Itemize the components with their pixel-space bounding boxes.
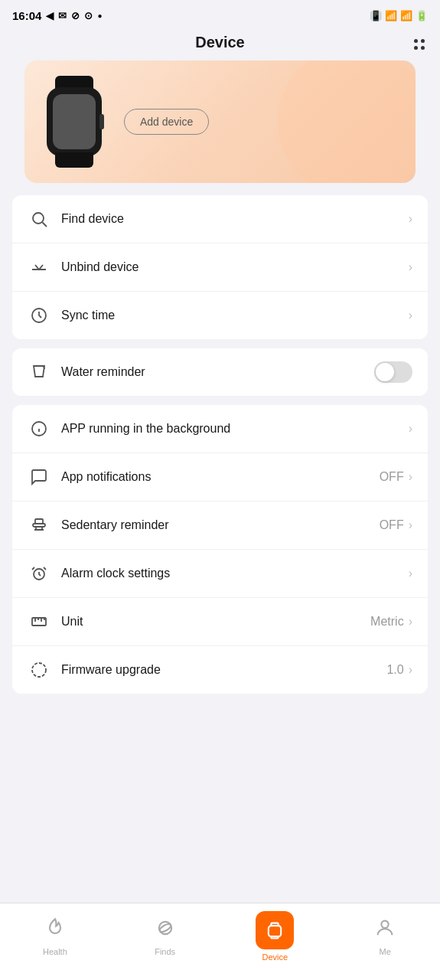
alarm-icon — [28, 562, 51, 585]
info-icon — [28, 417, 51, 440]
ruler-icon — [28, 610, 51, 633]
clock-icon — [28, 304, 51, 327]
status-time: 16:04 — [12, 9, 41, 22]
loading-icon — [28, 658, 51, 681]
nav-item-device[interactable]: Device — [252, 911, 298, 962]
sync-time-label: Sync time — [61, 309, 409, 322]
me-label: Me — [379, 947, 390, 956]
vibrate-icon: 📳 — [370, 10, 382, 21]
planet-icon — [155, 917, 176, 944]
unbind-icon — [28, 256, 51, 279]
battery-icon: 🔋 — [416, 10, 428, 21]
svg-point-20 — [381, 920, 388, 927]
app-background-item[interactable]: APP running in the background › — [12, 405, 428, 453]
nav-item-health[interactable]: Health — [32, 917, 78, 956]
app-notifications-label: App notifications — [61, 470, 380, 484]
find-device-label: Find device — [61, 212, 409, 226]
app-notifications-arrow: › — [409, 470, 412, 484]
chat-icon — [28, 466, 51, 488]
page-header: Device — [0, 28, 440, 60]
alarm-clock-item[interactable]: Alarm clock settings › — [12, 550, 428, 598]
wifi-icon: 📶 — [385, 10, 397, 21]
app-background-arrow: › — [409, 422, 412, 436]
watch-box-icon — [256, 911, 294, 949]
water-reminder-label: Water reminder — [61, 365, 374, 379]
section-water: Water reminder — [12, 348, 428, 396]
dot-icon: ● — [97, 11, 102, 20]
cup-icon — [28, 361, 51, 384]
status-bar: 16:04 ◀ ✉ ⊘ ⊙ ● 📳 📶 📶 🔋 — [0, 0, 440, 28]
chair-icon — [28, 514, 51, 537]
unit-value: Metric — [370, 615, 404, 629]
person-icon — [374, 917, 396, 944]
firmware-upgrade-value: 1.0 — [386, 663, 403, 677]
unit-arrow: › — [409, 615, 412, 629]
app-notifications-item[interactable]: App notifications OFF › — [12, 453, 428, 501]
water-reminder-item[interactable]: Water reminder — [12, 348, 428, 396]
sedentary-reminder-value: OFF — [380, 518, 404, 532]
water-reminder-toggle[interactable] — [374, 361, 412, 383]
health-label: Health — [43, 947, 67, 956]
page-title: Device — [195, 34, 245, 51]
main-content: Add device Find device › Unbind device › — [0, 60, 440, 779]
svg-rect-7 — [35, 519, 43, 524]
nav-item-finds[interactable]: Finds — [142, 917, 188, 956]
unbind-device-arrow: › — [409, 260, 412, 274]
alarm-clock-arrow: › — [409, 567, 412, 580]
flame-icon — [44, 917, 66, 944]
unit-item[interactable]: Unit Metric › — [12, 598, 428, 646]
search-icon — [28, 207, 51, 230]
find-device-arrow: › — [409, 212, 412, 226]
bottom-navigation: Health Finds Device Me — [0, 903, 440, 980]
app-notifications-value: OFF — [380, 470, 404, 484]
svg-line-1 — [43, 223, 47, 227]
section-device-actions: Find device › Unbind device › Sync time … — [12, 195, 428, 339]
sedentary-reminder-arrow: › — [409, 518, 412, 532]
device-label: Device — [262, 952, 288, 962]
navigation-icon: ◀ — [46, 10, 54, 21]
alarm-clock-label: Alarm clock settings — [61, 567, 409, 580]
svg-rect-19 — [269, 926, 281, 936]
add-device-button[interactable]: Add device — [124, 109, 209, 135]
section-app-settings: APP running in the background › App noti… — [12, 405, 428, 694]
unbind-device-label: Unbind device — [61, 260, 409, 274]
device-card: Add device — [24, 60, 416, 183]
vpn-icon: ⊙ — [84, 10, 93, 21]
svg-line-9 — [32, 567, 34, 570]
svg-point-0 — [33, 213, 44, 224]
nav-item-me[interactable]: Me — [362, 917, 408, 956]
firmware-upgrade-label: Firmware upgrade — [61, 663, 386, 677]
find-device-item[interactable]: Find device › — [12, 195, 428, 243]
sedentary-reminder-item[interactable]: Sedentary reminder OFF › — [12, 501, 428, 550]
donotdisturb-icon: ⊘ — [71, 10, 80, 21]
firmware-upgrade-item[interactable]: Firmware upgrade 1.0 › — [12, 646, 428, 694]
svg-point-16 — [32, 663, 46, 677]
finds-label: Finds — [155, 947, 175, 956]
unbind-device-item[interactable]: Unbind device › — [12, 243, 428, 292]
app-background-label: APP running in the background — [61, 422, 409, 436]
sedentary-reminder-label: Sedentary reminder — [61, 518, 380, 532]
email-icon: ✉ — [58, 10, 67, 21]
status-left: 16:04 ◀ ✉ ⊘ ⊙ ● — [12, 9, 102, 22]
status-right: 📳 📶 📶 🔋 — [370, 10, 428, 21]
sync-time-arrow: › — [409, 309, 412, 322]
sync-time-item[interactable]: Sync time › — [12, 292, 428, 339]
more-options-button[interactable] — [411, 36, 428, 53]
unit-label: Unit — [61, 615, 370, 629]
watch-image — [40, 76, 109, 168]
firmware-upgrade-arrow: › — [409, 663, 412, 677]
signal-icon: 📶 — [400, 10, 412, 21]
svg-line-10 — [44, 567, 46, 570]
